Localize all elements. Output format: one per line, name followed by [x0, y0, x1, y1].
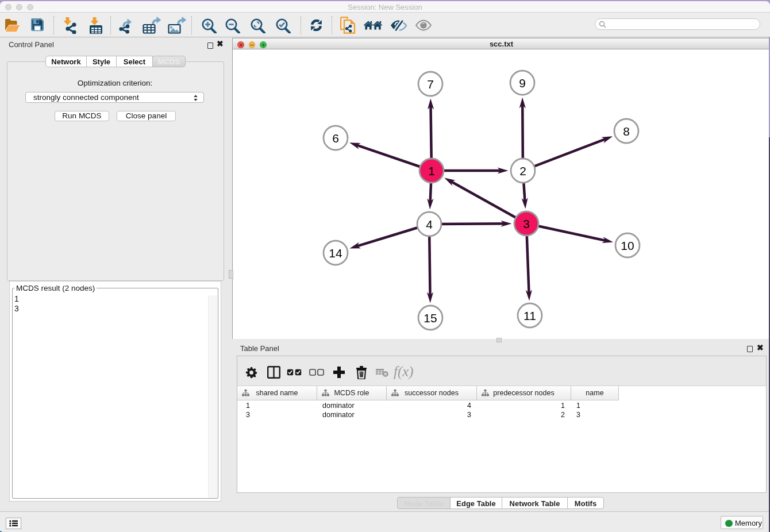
svg-text:2: 2 [519, 164, 526, 178]
svg-text:7: 7 [427, 78, 434, 91]
svg-text:4: 4 [426, 218, 433, 231]
svg-text:9: 9 [519, 76, 526, 90]
svg-text:3: 3 [523, 217, 530, 230]
svg-text:8: 8 [623, 125, 630, 138]
svg-text:14: 14 [329, 246, 342, 260]
svg-text:10: 10 [621, 239, 634, 252]
svg-text:1: 1 [428, 164, 435, 178]
svg-text:15: 15 [424, 311, 437, 325]
svg-text:6: 6 [332, 132, 339, 145]
svg-text:11: 11 [523, 309, 536, 322]
